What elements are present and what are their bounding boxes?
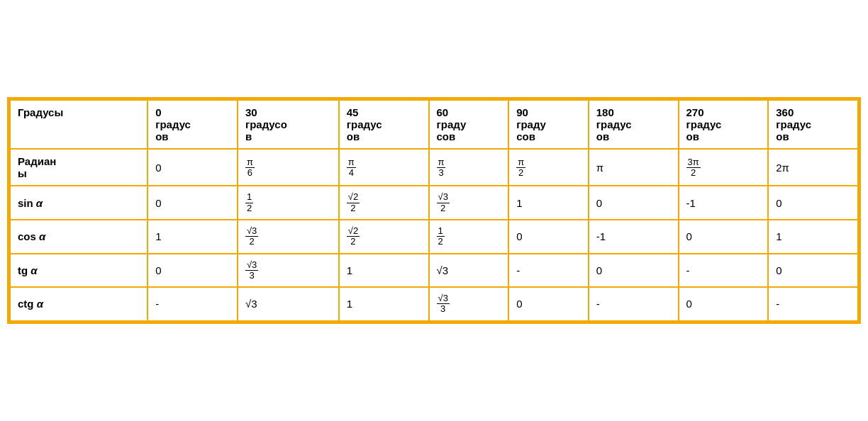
header-col-7: 360градусов (768, 100, 858, 149)
radians-0: 0 (148, 149, 238, 186)
sin-0: 0 (148, 186, 238, 220)
header-col-5: 180градусов (589, 100, 679, 149)
tg-180: 0 (589, 254, 679, 288)
cos-360: 1 (768, 220, 858, 254)
tg-360: 0 (768, 254, 858, 288)
ctg-90: 0 (508, 287, 589, 321)
sin-270: -1 (679, 186, 769, 220)
sin-row: sin α 0 12 √22 √32 1 0 -1 0 (10, 186, 858, 220)
ctg-60: √33 (429, 287, 509, 321)
radians-90: π2 (508, 149, 589, 186)
sin-45: √22 (339, 186, 429, 220)
ctg-row: ctg α - √3 1 √33 0 - 0 - (10, 287, 858, 321)
tg-row: tg α 0 √33 1 √3 - 0 - 0 (10, 254, 858, 288)
ctg-360: - (768, 287, 858, 321)
cos-row: cos α 1 √32 √22 12 0 -1 0 1 (10, 220, 858, 254)
ctg-label: ctg α (10, 287, 148, 321)
radians-45: π4 (339, 149, 429, 186)
cos-0: 1 (148, 220, 238, 254)
header-col-4: 90градусов (508, 100, 589, 149)
sin-90: 1 (508, 186, 589, 220)
header-label: Градусы (10, 100, 148, 149)
tg-45: 1 (339, 254, 429, 288)
tg-270: - (679, 254, 769, 288)
trig-table: Градусы 0градусов 30градусов 45градусов … (7, 97, 861, 323)
tg-30: √33 (238, 254, 339, 288)
radians-360: 2π (768, 149, 858, 186)
tg-60: √3 (429, 254, 509, 288)
ctg-270: 0 (679, 287, 769, 321)
radians-row: Радианы 0 π6 π4 π3 π2 π 3π2 2π (10, 149, 858, 186)
tg-0: 0 (148, 254, 238, 288)
sin-30: 12 (238, 186, 339, 220)
radians-60: π3 (429, 149, 509, 186)
sin-60: √32 (429, 186, 509, 220)
header-col-3: 60градусов (429, 100, 509, 149)
ctg-45: 1 (339, 287, 429, 321)
cos-label: cos α (10, 220, 148, 254)
cos-45: √22 (339, 220, 429, 254)
cos-30: √32 (238, 220, 339, 254)
header-col-0: 0градусов (148, 100, 238, 149)
cos-60: 12 (429, 220, 509, 254)
radians-180: π (589, 149, 679, 186)
radians-30: π6 (238, 149, 339, 186)
sin-360: 0 (768, 186, 858, 220)
cos-270: 0 (679, 220, 769, 254)
radians-label: Радианы (10, 149, 148, 186)
sin-180: 0 (589, 186, 679, 220)
header-col-6: 270градусов (679, 100, 769, 149)
cos-90: 0 (508, 220, 589, 254)
tg-90: - (508, 254, 589, 288)
header-row: Градусы 0градусов 30градусов 45градусов … (10, 100, 858, 149)
ctg-30: √3 (238, 287, 339, 321)
ctg-0: - (148, 287, 238, 321)
radians-270: 3π2 (679, 149, 769, 186)
sin-label: sin α (10, 186, 148, 220)
tg-label: tg α (10, 254, 148, 288)
cos-180: -1 (589, 220, 679, 254)
header-col-2: 45градусов (339, 100, 429, 149)
header-col-1: 30градусов (238, 100, 339, 149)
ctg-180: - (589, 287, 679, 321)
